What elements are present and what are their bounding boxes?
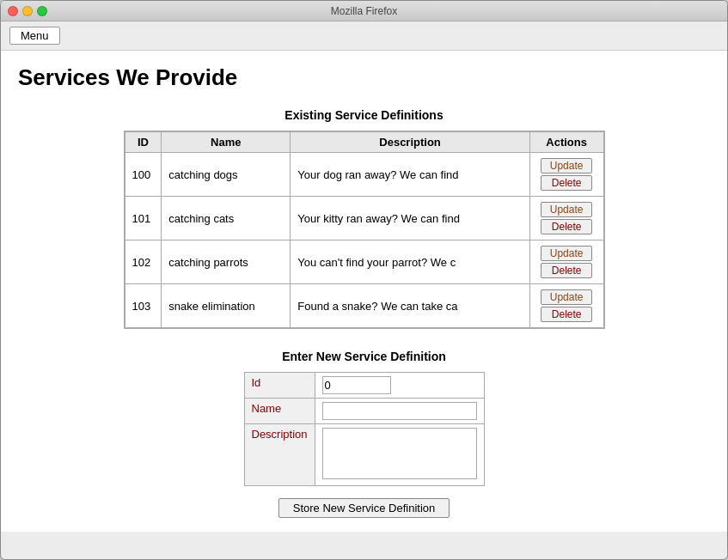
delete-button[interactable]: Delete [541,219,592,234]
update-button[interactable]: Update [541,246,592,261]
cell-description: You can't find your parrot? We c [291,240,530,284]
description-textarea[interactable] [322,428,477,479]
delete-button[interactable]: Delete [541,307,592,322]
cell-id: 101 [125,197,162,240]
cell-name: snake elimination [162,284,291,328]
service-table: ID Name Description Actions 100catching … [125,131,604,328]
col-header-name: Name [162,132,291,153]
new-service-form: Id Name Description [244,372,485,486]
id-label: Id [244,373,315,399]
store-button-container: Store New Service Definition [18,498,710,518]
titlebar: Mozilla Firefox [1,1,727,21]
cell-name: catching dogs [162,153,291,197]
description-input-cell [315,424,484,486]
name-input[interactable] [322,402,477,420]
description-label: Description [244,424,315,486]
col-header-id: ID [125,132,162,153]
table-row: 103snake eliminationFound a snake? We ca… [125,284,603,328]
cell-actions: UpdateDelete [529,197,603,240]
browser-window: Mozilla Firefox Menu Services We Provide… [0,0,728,560]
cell-name: catching parrots [162,240,291,284]
update-button[interactable]: Update [541,202,592,217]
col-header-description: Description [291,132,530,153]
update-button[interactable]: Update [541,158,592,173]
titlebar-buttons [8,6,47,16]
window-title: Mozilla Firefox [331,5,397,17]
cell-actions: UpdateDelete [529,240,603,284]
table-row: 102catching parrotsYou can't find your p… [125,240,603,284]
menu-button[interactable]: Menu [9,27,60,45]
existing-section-title: Existing Service Definitions [18,108,710,122]
cell-actions: UpdateDelete [529,284,603,328]
col-header-actions: Actions [529,132,603,153]
name-label: Name [244,399,315,424]
store-service-button[interactable]: Store New Service Definition [278,498,450,518]
close-button[interactable] [8,6,18,16]
delete-button[interactable]: Delete [541,175,592,191]
page-title: Services We Provide [18,64,710,91]
name-input-cell [315,399,484,424]
update-button[interactable]: Update [541,289,592,305]
table-row: 100catching dogsYour dog ran away? We ca… [125,153,603,197]
cell-description: Your kitty ran away? We can find [291,197,530,240]
menu-bar: Menu [1,21,727,51]
cell-name: catching cats [162,197,291,240]
table-row: 101catching catsYour kitty ran away? We … [125,197,603,240]
id-input[interactable] [322,376,391,394]
cell-id: 102 [125,240,162,284]
cell-description: Your dog ran away? We can find [291,153,530,197]
new-section-title: Enter New Service Definition [18,350,710,363]
minimize-button[interactable] [22,6,33,16]
cell-id: 100 [125,153,162,197]
service-table-container: ID Name Description Actions 100catching … [124,131,605,329]
cell-actions: UpdateDelete [529,153,603,197]
maximize-button[interactable] [37,6,47,16]
new-service-section: Enter New Service Definition Id Name Des… [18,350,710,518]
page-content: Services We Provide Existing Service Def… [1,51,727,532]
id-input-cell [315,373,484,399]
cell-description: Found a snake? We can take ca [291,284,530,328]
delete-button[interactable]: Delete [541,263,592,278]
cell-id: 103 [125,284,162,328]
